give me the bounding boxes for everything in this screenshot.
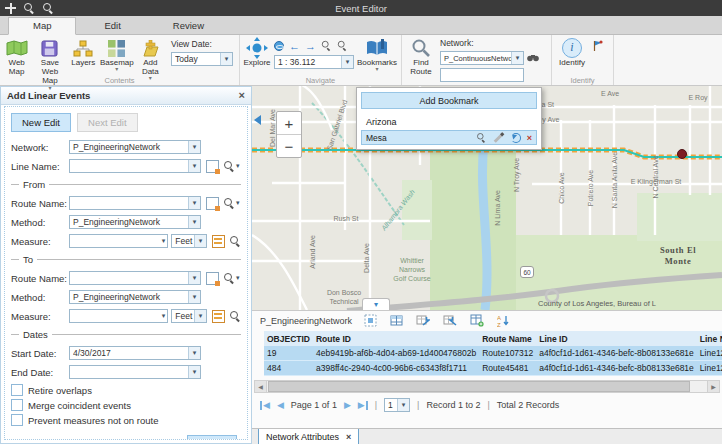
tab-map[interactable]: Map <box>8 17 76 35</box>
from-route-name-select[interactable] <box>69 196 201 210</box>
zoom-in-tool-icon[interactable] <box>322 41 331 50</box>
end-date-select[interactable] <box>69 365 201 379</box>
from-measure-input[interactable]: ▾ <box>69 234 168 248</box>
zoom-out-tool-icon[interactable] <box>338 41 347 50</box>
merge-coincident-checkbox[interactable]: Merge coincident events <box>11 399 241 411</box>
basemap-button[interactable]: Basemap ▾ <box>100 35 134 71</box>
tab-review[interactable]: Review <box>149 18 228 34</box>
bookmark-item-arizona[interactable]: Arizona <box>361 113 537 130</box>
from-unit-caret-icon[interactable] <box>194 235 206 247</box>
show-selected-records-icon[interactable] <box>364 314 377 329</box>
view-date-select[interactable]: Today <box>171 52 233 66</box>
to-route-zoom-icon[interactable] <box>224 273 235 284</box>
to-method-caret-icon[interactable] <box>188 291 200 303</box>
checkbox-icon[interactable] <box>11 414 23 426</box>
bookmark-update-icon[interactable] <box>511 133 521 143</box>
checkbox-icon[interactable] <box>11 384 23 396</box>
scroll-left-icon[interactable]: ◀ <box>255 381 267 392</box>
page-number-select[interactable]: 1 <box>384 398 410 412</box>
from-measure-zoom-icon[interactable] <box>230 236 241 247</box>
from-select-route-on-map-icon[interactable] <box>206 197 219 210</box>
panel-close-icon[interactable]: × <box>239 90 245 101</box>
new-edit-button[interactable]: New Edit <box>11 113 71 132</box>
identify-button[interactable]: i Identify <box>552 35 592 67</box>
web-map-button[interactable]: Web Map <box>0 35 33 76</box>
retire-overlaps-checkbox[interactable]: Retire overlaps <box>11 384 241 396</box>
bookmark-edit-icon[interactable] <box>493 132 504 143</box>
zoom-to-selection-icon[interactable] <box>416 314 430 329</box>
next-button[interactable]: Next > <box>187 435 237 440</box>
to-measure-pick-icon[interactable] <box>212 310 225 323</box>
to-measure-input[interactable]: ▾ <box>69 309 168 323</box>
from-unit-select[interactable]: Feet <box>171 234 207 248</box>
start-date-select[interactable]: 4/30/2017 <box>69 346 201 360</box>
explore-button[interactable]: Explore <box>240 35 274 67</box>
collapse-panel-arrow[interactable] <box>254 115 261 125</box>
from-method-select[interactable]: P_EngineeringNetwork <box>69 215 201 229</box>
attribute-table-icon[interactable] <box>390 314 403 329</box>
column-header-line-id[interactable]: Line ID <box>536 331 697 346</box>
bookmark-item-mesa[interactable]: Mesa × <box>361 130 537 145</box>
page-number-caret-icon[interactable] <box>397 399 409 411</box>
previous-page-icon[interactable]: ◀ <box>277 401 284 410</box>
network-select[interactable]: P_ContinuousNetwork <box>440 51 524 65</box>
previous-extent-icon[interactable]: ← <box>289 41 300 51</box>
collapse-table-arrow[interactable] <box>362 298 390 310</box>
bookmark-zoom-icon[interactable] <box>477 133 486 142</box>
next-page-icon[interactable]: ▶ <box>344 401 351 410</box>
to-measure-zoom-icon[interactable] <box>230 311 241 322</box>
panel-network-select[interactable]: P_EngineeringNetwork <box>69 140 201 154</box>
line-name-select[interactable] <box>69 159 201 173</box>
add-to-attribute-set-icon[interactable] <box>470 314 484 329</box>
basemap-caret-icon[interactable]: ▾ <box>115 67 118 71</box>
pan-to-selection-icon[interactable] <box>443 314 457 329</box>
map-zoom-in-button[interactable]: + <box>277 112 301 135</box>
tab-network-attributes[interactable]: Network Attributes × <box>258 429 359 444</box>
to-unit-caret-icon[interactable] <box>194 310 206 322</box>
from-method-caret-icon[interactable] <box>188 216 200 228</box>
horizontal-scrollbar[interactable]: ◀ ▶ <box>254 380 720 393</box>
save-web-map-caret-icon[interactable]: ▾ <box>48 86 51 90</box>
binoculars-icon[interactable] <box>527 53 539 64</box>
from-measure-pick-icon[interactable] <box>212 235 225 248</box>
view-date-caret-icon[interactable] <box>220 53 232 65</box>
last-page-icon[interactable]: ▶ <box>358 401 368 410</box>
sort-icon[interactable]: AZ <box>497 314 510 329</box>
bookmark-delete-icon[interactable]: × <box>527 133 532 143</box>
route-point-marker[interactable] <box>678 150 687 159</box>
panel-network-caret-icon[interactable] <box>188 141 200 153</box>
table-row[interactable]: 19 4eb9419b-af6b-4d04-ab69-1d400476802b … <box>264 346 722 361</box>
to-unit-select[interactable]: Feet <box>171 309 207 323</box>
next-edit-button[interactable]: Next Edit <box>77 113 138 132</box>
to-method-select[interactable]: P_EngineeringNetwork <box>69 290 201 304</box>
bookmarks-caret-icon[interactable]: ▾ <box>375 67 378 71</box>
to-select-route-on-map-icon[interactable] <box>206 272 219 285</box>
bookmarks-button[interactable]: Bookmarks ▾ <box>356 35 398 71</box>
flag-icon[interactable] <box>592 40 604 54</box>
scrollbar-thumb[interactable] <box>268 381 690 392</box>
to-route-name-select[interactable] <box>69 271 201 285</box>
to-route-caret-icon[interactable] <box>188 272 200 284</box>
find-route-button[interactable]: Find Route <box>402 35 440 76</box>
add-data-button[interactable]: Add Data ▾ <box>134 35 167 80</box>
layers-button[interactable]: Layers <box>67 35 100 67</box>
map-view[interactable]: E Ave E Roy E Cortada St E Garvey Ave E … <box>252 85 722 310</box>
end-date-caret-icon[interactable] <box>188 366 200 378</box>
table-row[interactable]: 484 a398ff4c-2940-4c00-96b6-c6343f8f1711… <box>264 361 722 376</box>
column-header-line-name[interactable]: Line Name <box>697 331 722 346</box>
next-extent-icon[interactable]: → <box>305 41 316 51</box>
select-line-on-map-icon[interactable] <box>206 160 219 173</box>
line-name-caret-icon[interactable] <box>188 160 200 172</box>
map-zoom-out-button[interactable]: − <box>277 135 301 157</box>
tab-close-icon[interactable]: × <box>346 432 351 442</box>
full-extent-icon[interactable] <box>274 41 284 51</box>
scroll-right-icon[interactable]: ▶ <box>707 381 719 392</box>
add-bookmark-button[interactable]: Add Bookmark <box>361 92 537 109</box>
map-scale-caret-icon[interactable] <box>341 56 353 68</box>
from-route-caret-icon[interactable] <box>188 197 200 209</box>
map-scale-select[interactable]: 1 : 36.112 <box>274 55 354 69</box>
column-header-route-name[interactable]: Route Name <box>479 331 536 346</box>
tab-edit[interactable]: Edit <box>80 18 144 34</box>
start-date-caret-icon[interactable] <box>188 347 200 359</box>
network-caret-icon[interactable] <box>511 52 523 64</box>
